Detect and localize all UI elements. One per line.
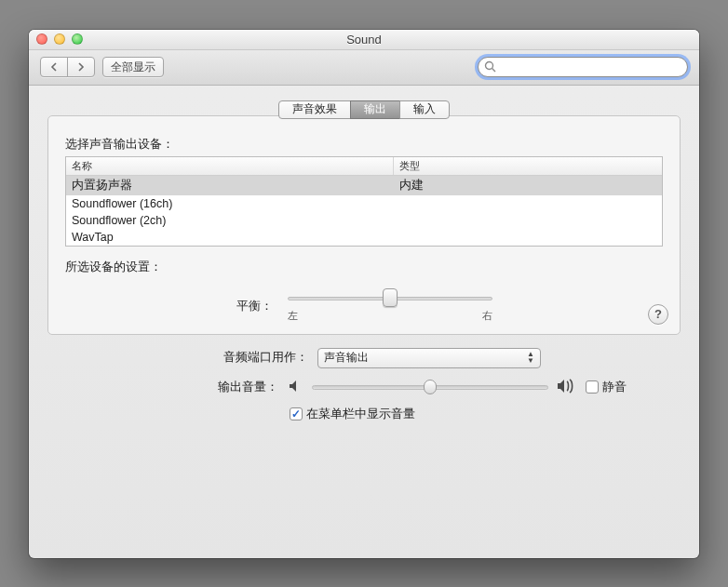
sound-prefpane-window: Sound 全部显示 声音效果 输出 输入 选择声音输出设备： [29, 30, 699, 558]
device-name: 内置扬声器 [66, 177, 394, 194]
select-device-label: 选择声音输出设备： [65, 137, 663, 153]
audio-port-label: 音频端口用作： [131, 350, 308, 366]
close-button[interactable] [36, 33, 47, 45]
search-input[interactable] [478, 57, 688, 77]
checkbox-box [290, 407, 303, 420]
window-title: Sound [29, 33, 699, 47]
tab-sound-effects[interactable]: 声音效果 [278, 100, 351, 119]
table-row[interactable]: Soundflower (16ch) [66, 195, 662, 212]
audio-port-select[interactable]: 声音输出 ▲▼ [317, 348, 541, 368]
show-all-button[interactable]: 全部显示 [102, 57, 164, 77]
table-header: 名称 类型 [66, 157, 662, 176]
tabs: 声音效果 输出 输入 [47, 100, 681, 119]
nav-back-button[interactable] [40, 57, 68, 77]
tab-input[interactable]: 输入 [399, 100, 450, 119]
toolbar: 全部显示 [29, 50, 699, 86]
balance-min: 左 [288, 309, 298, 323]
device-name: WavTap [66, 230, 394, 245]
updown-icon: ▲▼ [527, 352, 534, 364]
selected-device-settings-label: 所选设备的设置： [65, 260, 663, 275]
zoom-button[interactable] [72, 33, 83, 45]
device-type: 内建 [394, 177, 662, 194]
table-row[interactable]: 内置扬声器 内建 [66, 176, 662, 195]
balance-label: 平衡： [236, 299, 273, 314]
nav-forward-button[interactable] [67, 57, 95, 77]
table-row[interactable]: Soundflower (2ch) [66, 212, 662, 229]
titlebar: Sound [29, 30, 699, 50]
col-name-header[interactable]: 名称 [66, 157, 394, 175]
checkbox-box [586, 380, 599, 394]
mute-checkbox[interactable]: 静音 [586, 380, 627, 395]
search-icon [484, 60, 496, 75]
svg-point-0 [486, 62, 493, 70]
device-table: 名称 类型 内置扬声器 内建 Soundflower (16ch) Soundf… [65, 156, 663, 247]
speaker-high-icon [556, 378, 576, 397]
chevron-left-icon [48, 61, 60, 73]
chevron-right-icon [75, 61, 87, 73]
device-name: Soundflower (16ch) [66, 196, 394, 211]
tab-output[interactable]: 输出 [350, 100, 400, 119]
minimize-button[interactable] [54, 33, 65, 45]
device-name: Soundflower (2ch) [66, 213, 394, 228]
mute-label: 静音 [602, 380, 627, 395]
output-volume-label: 输出音量： [101, 380, 278, 395]
speaker-low-icon [288, 379, 304, 396]
device-type [394, 196, 662, 211]
audio-port-value: 声音输出 [324, 350, 369, 366]
output-volume-slider[interactable] [312, 380, 548, 394]
balance-max: 右 [482, 309, 492, 323]
output-panel: 选择声音输出设备： 名称 类型 内置扬声器 内建 Soundflower (16… [47, 115, 681, 335]
device-type [394, 230, 662, 245]
device-type [394, 213, 662, 228]
svg-line-1 [492, 69, 495, 72]
col-type-header[interactable]: 类型 [394, 157, 662, 175]
show-in-menubar-label: 在菜单栏中显示音量 [306, 407, 415, 422]
show-in-menubar-checkbox[interactable]: 在菜单栏中显示音量 [290, 407, 569, 422]
help-button[interactable]: ? [648, 304, 668, 325]
balance-slider[interactable] [288, 290, 492, 305]
table-row[interactable]: WavTap [66, 229, 662, 246]
